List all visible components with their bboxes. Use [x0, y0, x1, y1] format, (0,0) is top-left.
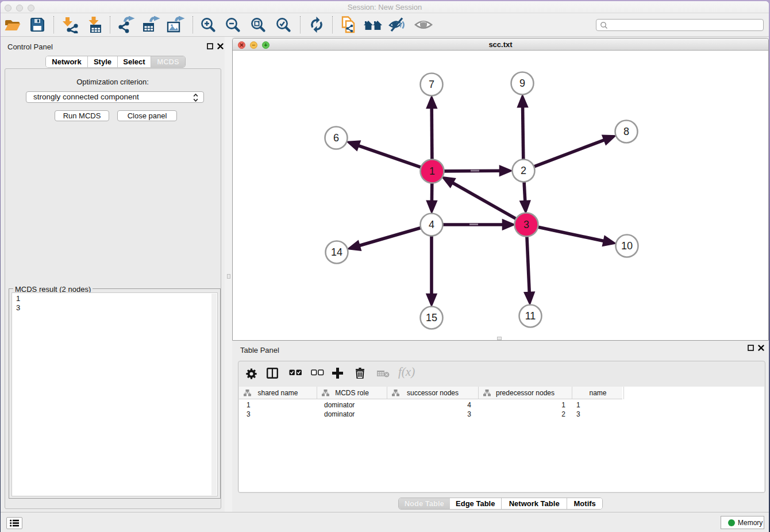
- svg-text:9: 9: [519, 78, 525, 89]
- svg-text:14: 14: [331, 246, 342, 258]
- svg-text:11: 11: [525, 310, 536, 322]
- svg-text:1: 1: [429, 165, 435, 177]
- svg-text:7: 7: [429, 79, 434, 90]
- svg-text:4: 4: [429, 219, 434, 230]
- svg-text:8: 8: [623, 126, 629, 137]
- svg-text:6: 6: [333, 132, 339, 144]
- svg-text:3: 3: [523, 219, 529, 230]
- svg-text:15: 15: [426, 312, 437, 323]
- svg-text:10: 10: [621, 240, 633, 252]
- svg-text:2: 2: [521, 165, 526, 176]
